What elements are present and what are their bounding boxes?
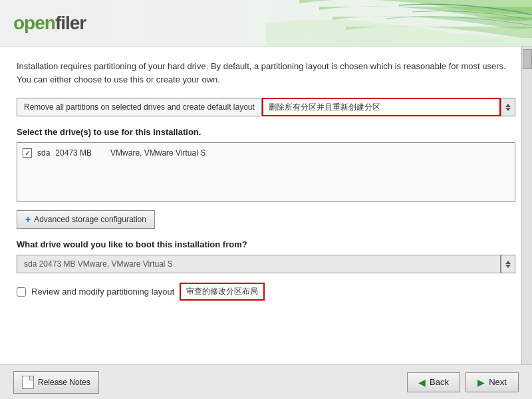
advanced-storage-label: Advanced storage configuration	[34, 215, 146, 224]
description: Installation requires partitioning of yo…	[17, 60, 515, 86]
review-translation: 审查的修改分区布局	[180, 283, 265, 301]
scrollbar[interactable]	[521, 47, 532, 364]
boot-spinner[interactable]	[501, 255, 515, 273]
spinner-up-icon[interactable]	[505, 104, 511, 107]
spinner-down-icon[interactable]	[505, 108, 511, 111]
next-button[interactable]: ▶ Next	[466, 372, 519, 392]
scrollbar-thumb[interactable]	[523, 49, 532, 69]
next-arrow-icon: ▶	[477, 377, 485, 388]
footer: Release Notes ◀ Back ▶ Next	[0, 364, 532, 399]
partition-spinner[interactable]	[501, 98, 515, 116]
drive-size: 20473 MB	[55, 148, 92, 158]
partition-select-label[interactable]: Remove all partitions on selected drives…	[17, 98, 262, 116]
back-button[interactable]: ◀ Back	[407, 372, 460, 392]
next-label: Next	[489, 377, 507, 387]
drives-section-label: Select the drive(s) to use for this inst…	[17, 127, 515, 137]
main-content: Installation requires partitioning of yo…	[0, 47, 532, 327]
logo: openfiler	[13, 13, 86, 34]
review-row: Review and modify partitioning layout 审查…	[17, 283, 515, 301]
drive-item[interactable]: sda 20473 MB VMware, VMware Virtual S	[23, 148, 509, 158]
boot-select-row: sda 20473 MB VMware, VMware Virtual S	[17, 255, 515, 273]
partition-layout-row: Remove all partitions on selected drives…	[17, 98, 515, 116]
footer-right: ◀ Back ▶ Next	[407, 372, 519, 392]
release-notes-label: Release Notes	[38, 378, 90, 387]
partition-translation: 删除所有分区并且重新创建分区	[262, 98, 501, 116]
boot-spinner-up-icon[interactable]	[505, 261, 511, 264]
review-checkbox[interactable]	[17, 287, 26, 297]
boot-spinner-down-icon[interactable]	[505, 265, 511, 268]
back-label: Back	[430, 377, 449, 387]
description-line2: You can either choose to use this or cre…	[17, 73, 515, 86]
document-icon	[22, 376, 34, 389]
boot-drive-select[interactable]: sda 20473 MB VMware, VMware Virtual S	[17, 255, 501, 273]
plus-icon: +	[25, 214, 31, 225]
back-arrow-icon: ◀	[418, 377, 426, 388]
review-label: Review and modify partitioning layout	[31, 287, 174, 297]
drive-vendor: VMware, VMware Virtual S	[110, 148, 205, 158]
header-decoration	[266, 0, 532, 47]
drive-name: sda	[37, 148, 50, 158]
drive-checkbox[interactable]	[23, 148, 32, 158]
boot-section-label: What drive would you like to boot this i…	[17, 239, 515, 249]
description-line1: Installation requires partitioning of yo…	[17, 60, 515, 73]
drive-list-box: sda 20473 MB VMware, VMware Virtual S	[17, 142, 515, 202]
header: openfiler	[0, 0, 532, 47]
advanced-storage-button[interactable]: + Advanced storage configuration	[17, 210, 155, 229]
footer-left: Release Notes	[13, 371, 99, 394]
release-notes-button[interactable]: Release Notes	[13, 371, 99, 394]
